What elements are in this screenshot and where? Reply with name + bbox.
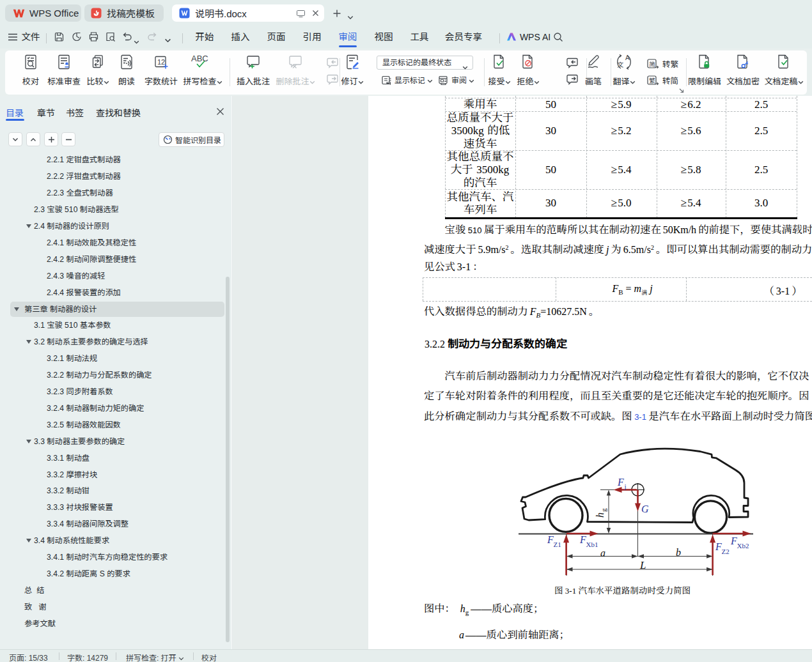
svg-text:b: b: [676, 547, 681, 558]
svg-text:g: g: [600, 508, 607, 512]
svg-text:12: 12: [157, 58, 165, 66]
svg-text:F: F: [617, 477, 624, 488]
svg-text:a: a: [600, 548, 605, 558]
svg-text:h: h: [595, 512, 605, 518]
svg-text:F: F: [579, 534, 586, 545]
svg-text:Xb2: Xb2: [737, 542, 749, 550]
svg-text:繁: 繁: [649, 75, 655, 84]
svg-text:G: G: [641, 504, 649, 514]
svg-text:简: 简: [649, 59, 655, 68]
svg-text:A: A: [625, 54, 630, 61]
svg-text:Z1: Z1: [554, 541, 561, 548]
svg-text:j: j: [624, 482, 627, 490]
svg-text:F: F: [730, 535, 737, 546]
svg-text:文: 文: [617, 59, 623, 69]
svg-text:Xb1: Xb1: [586, 541, 598, 548]
svg-text:Z2: Z2: [722, 548, 730, 555]
svg-text:ABC: ABC: [191, 54, 208, 63]
svg-text:F: F: [547, 534, 554, 545]
svg-text:F: F: [715, 541, 722, 552]
svg-text:L: L: [639, 559, 646, 571]
